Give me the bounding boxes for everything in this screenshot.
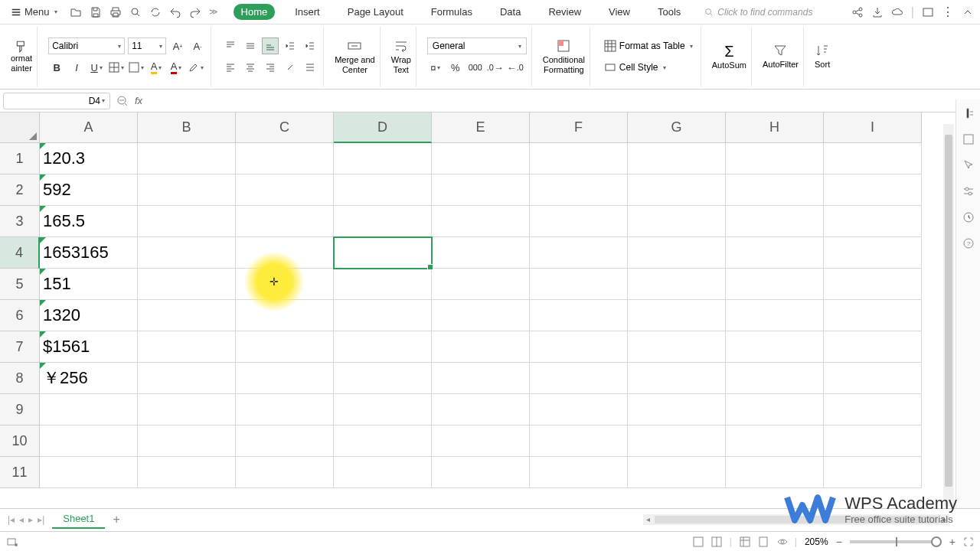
cell-G5[interactable]	[628, 269, 726, 300]
cell-D5[interactable]	[334, 269, 432, 300]
cell-C10[interactable]	[236, 425, 334, 457]
wrap-text-button[interactable]: Wrap Text	[391, 38, 411, 75]
add-sheet-button[interactable]: +	[113, 513, 119, 527]
normal-view-icon[interactable]	[740, 536, 750, 547]
cell-B8[interactable]	[138, 363, 236, 394]
vertical-scrollbar[interactable]	[943, 124, 954, 507]
autofilter-button[interactable]: AutoFilter	[763, 43, 799, 70]
col-header-F[interactable]: F	[530, 112, 628, 143]
row-header-3[interactable]: 3	[0, 206, 40, 237]
cell-A8[interactable]: ￥256	[40, 363, 138, 394]
save-icon[interactable]	[90, 6, 102, 18]
col-header-E[interactable]: E	[432, 112, 530, 143]
cell-G2[interactable]	[628, 174, 726, 206]
menu-button[interactable]: Menu ▾	[6, 5, 62, 19]
row-header-5[interactable]: 5	[0, 269, 40, 300]
formula-input[interactable]	[149, 93, 977, 109]
tab-data[interactable]: Data	[492, 4, 528, 20]
align-left-icon[interactable]	[222, 59, 239, 76]
row-header-6[interactable]: 6	[0, 300, 40, 331]
select-tool-icon[interactable]	[962, 159, 975, 171]
decrease-font-icon[interactable]: A-	[189, 37, 206, 54]
cell-F2[interactable]	[530, 174, 628, 206]
cell-G7[interactable]	[628, 331, 726, 363]
cell-C6[interactable]	[236, 300, 334, 331]
cell-D9[interactable]	[334, 394, 432, 425]
col-header-D[interactable]: D	[334, 112, 432, 143]
fx-label[interactable]: fx	[135, 95, 142, 106]
cell-style-button[interactable]: Cell Style▾	[601, 60, 669, 75]
cell-I9[interactable]	[824, 394, 922, 425]
record-macro-icon[interactable]	[6, 536, 18, 548]
row-header-10[interactable]: 10	[0, 425, 40, 457]
cell-D4[interactable]	[333, 236, 433, 269]
cell-F5[interactable]	[530, 269, 628, 300]
zoom-out-button[interactable]: −	[836, 536, 842, 548]
font-color-button[interactable]: A▾	[168, 59, 185, 76]
cell-H5[interactable]	[726, 269, 824, 300]
cell-F9[interactable]	[530, 394, 628, 425]
collapse-ribbon-icon[interactable]	[962, 6, 974, 18]
cell-E6[interactable]	[432, 300, 530, 331]
open-icon[interactable]	[70, 6, 82, 18]
cell-G3[interactable]	[628, 206, 726, 237]
panel-toggle-icon[interactable]	[962, 107, 975, 119]
cell-B4[interactable]	[138, 237, 236, 269]
cell-G1[interactable]	[628, 143, 726, 174]
cell-F1[interactable]	[530, 143, 628, 174]
tab-insert[interactable]: Insert	[287, 4, 328, 20]
col-header-B[interactable]: B	[138, 112, 236, 143]
cloud-icon[interactable]	[891, 6, 903, 18]
align-center-icon[interactable]	[242, 59, 259, 76]
layout-icon[interactable]	[711, 536, 722, 547]
undo-icon[interactable]	[169, 6, 181, 18]
prev-sheet-icon[interactable]: ◂	[19, 514, 24, 525]
cell-format-icon[interactable]: ▾	[128, 59, 145, 76]
first-sheet-icon[interactable]: |◂	[8, 514, 15, 525]
cell-H7[interactable]	[726, 331, 824, 363]
cell-A5[interactable]: 151	[40, 269, 138, 300]
row-header-8[interactable]: 8	[0, 363, 40, 394]
fill-color-button[interactable]: A▾	[148, 59, 165, 76]
export-icon[interactable]	[871, 6, 884, 18]
cell-A7[interactable]: $1561	[40, 331, 138, 363]
italic-button[interactable]: I	[68, 59, 85, 76]
cell-I10[interactable]	[824, 425, 922, 457]
cell-D7[interactable]	[334, 331, 432, 363]
cell-E1[interactable]	[432, 143, 530, 174]
cell-C11[interactable]	[236, 457, 334, 488]
zoom-level[interactable]: 205%	[805, 536, 828, 547]
decrease-indent-icon[interactable]	[282, 37, 299, 54]
cell-D8[interactable]	[334, 363, 432, 394]
cell-F7[interactable]	[530, 331, 628, 363]
cell-F11[interactable]	[530, 457, 628, 488]
cell-B3[interactable]	[138, 206, 236, 237]
cell-C3[interactable]	[236, 206, 334, 237]
cell-B9[interactable]	[138, 394, 236, 425]
cell-E3[interactable]	[432, 206, 530, 237]
zoom-in-button[interactable]: +	[949, 536, 956, 548]
row-header-2[interactable]: 2	[0, 174, 40, 206]
cell-I5[interactable]	[824, 269, 922, 300]
cell-I3[interactable]	[824, 206, 922, 237]
cell-E5[interactable]	[432, 269, 530, 300]
cell-E11[interactable]	[432, 457, 530, 488]
tab-tools[interactable]: Tools	[650, 4, 688, 20]
cell-H9[interactable]	[726, 394, 824, 425]
zoom-out-icon[interactable]	[116, 95, 129, 107]
tab-review[interactable]: Review	[541, 4, 589, 20]
cell-B6[interactable]	[138, 300, 236, 331]
name-box[interactable]: D4 ▾	[3, 93, 110, 109]
tab-formulas[interactable]: Formulas	[423, 4, 480, 20]
refresh-icon[interactable]	[149, 6, 162, 18]
redo-icon[interactable]	[189, 6, 201, 18]
sort-button[interactable]: Sort	[815, 43, 830, 70]
cell-H2[interactable]	[726, 174, 824, 206]
sheet-tab-sheet1[interactable]: Sheet1	[52, 510, 105, 529]
command-search[interactable]: Click to find commands	[704, 7, 812, 18]
print-icon[interactable]	[109, 6, 122, 18]
tab-page-layout[interactable]: Page Layout	[340, 4, 411, 20]
cell-H11[interactable]	[726, 457, 824, 488]
cell-E2[interactable]	[432, 174, 530, 206]
cell-I11[interactable]	[824, 457, 922, 488]
